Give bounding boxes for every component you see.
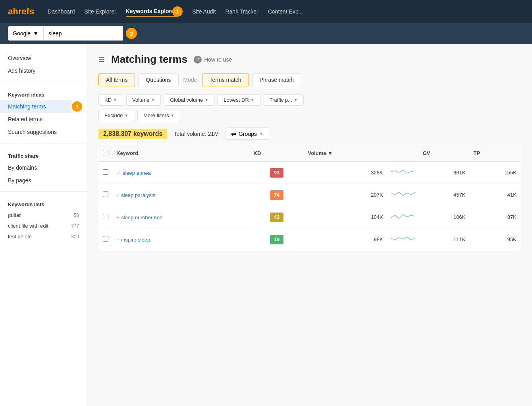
sparkline-svg	[391, 211, 415, 222]
nav-keywords-explorer[interactable]: Keywords Explorer	[126, 6, 177, 17]
nav-badge-1: 1	[172, 6, 183, 17]
search-badge-2: 2	[126, 28, 137, 39]
tab-phrase-match[interactable]: Phrase match	[252, 73, 301, 86]
keyword-link[interactable]: sleep apnea	[123, 170, 151, 176]
sidebar-section-keyword-ideas: Keyword ideas	[0, 87, 87, 100]
sidebar-item-matching-terms[interactable]: Matching terms	[0, 100, 72, 113]
sidebar-divider-2	[0, 143, 87, 143]
filter-exclude[interactable]: Exclude ▼	[98, 110, 134, 121]
sidebar-section-traffic-share: Traffic share	[0, 148, 87, 161]
how-to-use-label: How to use	[204, 56, 232, 63]
list-count-client-file: 777	[71, 223, 79, 229]
gv-cell: 457K	[419, 184, 470, 206]
main-layout: Overview Ads history Keyword ideas Match…	[0, 44, 532, 406]
th-gv: GV	[419, 145, 470, 162]
help-circle-icon: ?	[194, 56, 202, 64]
sidebar-item-ads-history[interactable]: Ads history	[0, 64, 87, 77]
filter-volume[interactable]: Volume ▼	[126, 94, 161, 106]
keyword-link[interactable]: sleep number bed	[121, 215, 162, 220]
main-content: ☰ Matching terms ? How to use All terms …	[87, 44, 532, 406]
keyword-link[interactable]: inspire sleep	[121, 237, 150, 243]
th-trend	[387, 145, 419, 162]
top-nav: ahrefs Dashboard Site Explorer Keywords …	[0, 0, 532, 23]
volume-cell: 328K	[304, 162, 387, 184]
th-volume[interactable]: Volume ▼	[304, 145, 387, 162]
kd-badge: 93	[270, 168, 283, 178]
how-to-use-button[interactable]: ? How to use	[194, 56, 232, 64]
filter-tabs: All terms Questions Mode Terms match Phr…	[98, 73, 521, 86]
groups-label: Groups	[239, 131, 257, 137]
tp-cell: 195K	[469, 228, 520, 251]
sidebar-item-by-domains[interactable]: By domains	[0, 161, 87, 174]
list-name-test-delete: test delete	[8, 234, 32, 240]
plus-icon[interactable]: +	[116, 192, 120, 198]
tab-terms-match[interactable]: Terms match	[202, 73, 249, 86]
filter-global-volume[interactable]: Global volume ▼	[164, 94, 214, 106]
sidebar-item-by-pages[interactable]: By pages	[0, 174, 87, 187]
search-bar: Google ▼ 2	[0, 23, 532, 44]
list-count-test-delete: 309	[71, 234, 79, 240]
kd-badge: 19	[270, 235, 283, 244]
filter-row-2: Exclude ▼ More filters ▼	[98, 110, 521, 121]
sparkline-svg	[391, 189, 415, 200]
sidebar-section-keywords-lists: Keywords lists	[0, 197, 87, 210]
sidebar-item-search-suggestions[interactable]: Search suggestions	[0, 126, 87, 138]
row-checkbox-2[interactable]	[103, 214, 108, 219]
th-kd: KD	[250, 145, 304, 162]
tp-cell: 155K	[469, 162, 520, 184]
search-input[interactable]	[43, 26, 123, 41]
check-icon[interactable]: ✓	[116, 170, 121, 176]
keyword-link[interactable]: sleep paralysis	[121, 192, 155, 198]
sidebar-list-guitar[interactable]: guitar 50	[0, 210, 87, 220]
results-summary: 2,838,307 keywords Total volume: 21M ⇌ G…	[98, 128, 521, 140]
row-checkbox-3[interactable]	[103, 236, 108, 242]
groups-button[interactable]: ⇌ Groups ▼	[225, 128, 269, 140]
trend-sparkline	[387, 228, 419, 251]
page-header: ☰ Matching terms ? How to use	[98, 53, 521, 66]
table-row: +sleep paralysis74207K 457K41K	[99, 184, 521, 206]
volume-cell: 104K	[304, 206, 387, 228]
sidebar-item-related-terms[interactable]: Related terms	[0, 113, 87, 126]
keywords-count: 2,838,307 keywords	[98, 129, 167, 139]
sidebar-badge-3: 3	[72, 101, 82, 112]
nav-content-explorer[interactable]: Content Exp...	[268, 7, 303, 16]
row-checkbox-0[interactable]	[103, 169, 108, 175]
nav-dashboard[interactable]: Dashboard	[48, 7, 75, 16]
tab-questions[interactable]: Questions	[138, 73, 178, 86]
total-volume: Total volume: 21M	[173, 131, 219, 137]
sidebar-list-test-delete[interactable]: test delete 309	[0, 231, 87, 242]
list-count-guitar: 50	[74, 213, 79, 218]
table-row: +inspire sleep1998K 111K195K	[99, 228, 521, 251]
sparkline-svg	[391, 166, 415, 178]
engine-label: Google	[13, 30, 31, 37]
nav-site-audit[interactable]: Site Audit	[192, 7, 216, 16]
sparkline-svg	[391, 233, 415, 244]
filter-traffic-p[interactable]: Traffic p... ▼	[264, 94, 304, 106]
filter-lowest-dr[interactable]: Lowest DR ▼	[218, 94, 260, 106]
th-tp: TP	[469, 145, 520, 162]
row-checkbox-1[interactable]	[103, 191, 108, 197]
groups-icon: ⇌	[231, 130, 236, 137]
filter-kd[interactable]: KD ▼	[98, 94, 123, 106]
th-keyword: Keyword	[112, 145, 250, 162]
plus-icon[interactable]: +	[116, 214, 120, 220]
volume-cell: 207K	[304, 184, 387, 206]
nav-site-explorer[interactable]: Site Explorer	[85, 7, 116, 16]
search-engine-button[interactable]: Google ▼	[8, 26, 43, 41]
gv-cell: 111K	[419, 228, 470, 251]
select-all-checkbox[interactable]	[103, 150, 108, 155]
hamburger-icon[interactable]: ☰	[98, 55, 105, 64]
logo: ahrefs	[8, 6, 34, 17]
plus-icon[interactable]: +	[116, 236, 120, 243]
page-title: Matching terms	[111, 53, 187, 66]
tp-cell: 41K	[469, 184, 520, 206]
gv-cell: 661K	[419, 162, 470, 184]
list-name-client-file: client file with edit	[8, 223, 48, 229]
trend-sparkline	[387, 162, 419, 184]
sidebar: Overview Ads history Keyword ideas Match…	[0, 44, 87, 406]
filter-more-filters[interactable]: More filters ▼	[137, 110, 180, 121]
nav-rank-tracker[interactable]: Rank Tracker	[225, 7, 258, 16]
sidebar-list-client-file[interactable]: client file with edit 777	[0, 220, 87, 231]
tab-all-terms[interactable]: All terms	[98, 73, 135, 86]
sidebar-item-overview[interactable]: Overview	[0, 52, 87, 64]
